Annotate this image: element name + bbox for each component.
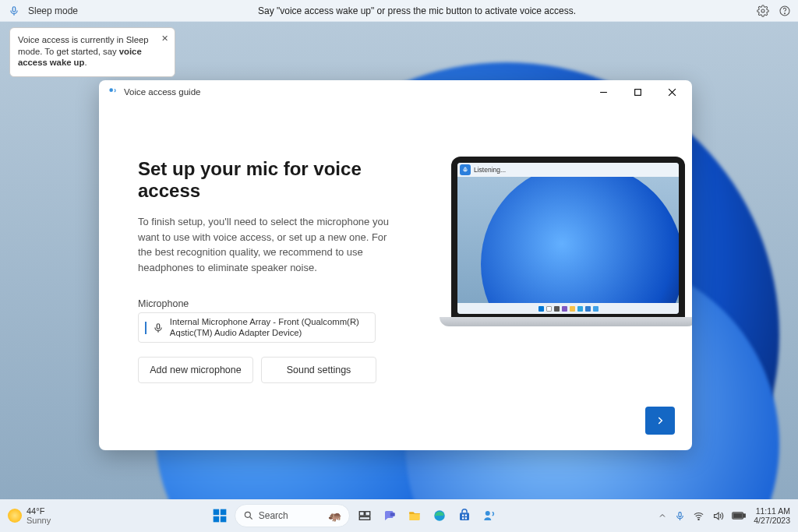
weather-temp: 44°F (26, 506, 51, 516)
svg-point-12 (245, 512, 250, 517)
weather-icon (8, 509, 22, 523)
start-button[interactable] (210, 506, 230, 526)
voice-access-app-icon[interactable] (479, 506, 500, 526)
demo-status-text: Listening... (474, 166, 506, 174)
taskbar: 44°F Sunny Search 🦛 11:11 AM 4/27/2023 (0, 499, 798, 532)
svg-point-1 (761, 9, 764, 12)
svg-rect-16 (390, 513, 394, 516)
svg-point-23 (485, 511, 489, 516)
explorer-icon[interactable] (404, 506, 425, 526)
close-button[interactable] (655, 80, 689, 104)
window-title: Voice access guide (124, 87, 586, 97)
svg-point-3 (785, 12, 786, 13)
maximize-button[interactable] (620, 80, 655, 104)
demo-mic-icon (460, 164, 471, 175)
svg-rect-28 (733, 513, 742, 518)
microphone-label: Microphone (138, 298, 415, 309)
weather-condition: Sunny (26, 516, 51, 525)
description-text: To finish setup, you'll need to select t… (138, 214, 403, 275)
svg-rect-0 (12, 6, 16, 11)
svg-rect-22 (464, 517, 466, 519)
mic-toggle-button[interactable] (6, 3, 22, 19)
minimize-button[interactable] (586, 80, 620, 104)
svg-point-25 (698, 519, 699, 520)
svg-rect-13 (359, 512, 364, 516)
svg-rect-5 (634, 89, 641, 95)
search-box[interactable]: Search 🦛 (235, 504, 350, 527)
svg-rect-9 (221, 509, 227, 516)
svg-rect-8 (213, 509, 219, 516)
mic-level-icon (145, 322, 147, 334)
app-icon (107, 86, 119, 98)
search-icon (243, 510, 254, 521)
sleep-mode-tooltip: Voice access is currently in Sleep mode.… (9, 27, 175, 77)
search-placeholder: Search (259, 510, 288, 521)
tooltip-text: Voice access is currently in Sleep mode.… (18, 35, 149, 67)
svg-rect-27 (744, 514, 746, 517)
svg-rect-19 (462, 515, 464, 516)
mic-icon (153, 322, 164, 333)
svg-rect-14 (365, 512, 369, 516)
page-title: Set up your mic for voice access (138, 158, 415, 202)
voice-hint-text: Say "voice access wake up" or press the … (78, 5, 756, 16)
window-titlebar: Voice access guide (99, 80, 692, 104)
selected-mic-name: Internal Microphone Array - Front (Qualc… (170, 317, 369, 338)
svg-rect-24 (679, 512, 681, 516)
svg-rect-6 (157, 323, 160, 328)
wifi-icon[interactable] (693, 510, 704, 522)
volume-icon[interactable] (712, 510, 724, 522)
tray-expand-icon[interactable] (658, 511, 667, 520)
svg-rect-20 (464, 515, 466, 516)
task-view-icon[interactable] (355, 506, 375, 526)
battery-icon[interactable] (732, 511, 746, 520)
settings-icon[interactable] (756, 4, 770, 18)
edge-icon[interactable] (429, 506, 450, 526)
help-icon[interactable] (778, 4, 792, 18)
sound-settings-button[interactable]: Sound settings (261, 357, 376, 383)
svg-rect-15 (359, 517, 370, 520)
store-icon[interactable] (454, 506, 475, 526)
voice-access-guide-window: Voice access guide Set up your mic for v… (99, 80, 692, 450)
microphone-selector[interactable]: Internal Microphone Array - Front (Qualc… (138, 312, 376, 343)
close-icon[interactable]: ✕ (159, 33, 170, 44)
illustration-laptop: Listening... (440, 157, 692, 359)
chat-icon[interactable] (380, 506, 400, 526)
svg-rect-7 (464, 167, 466, 171)
add-microphone-button[interactable]: Add new microphone (138, 357, 253, 383)
tray-mic-icon[interactable] (675, 511, 685, 521)
voice-state-label: Sleep mode (28, 5, 78, 16)
clock[interactable]: 11:11 AM 4/27/2023 (754, 506, 790, 525)
svg-rect-18 (460, 513, 469, 520)
clock-time: 11:11 AM (754, 506, 790, 516)
weather-widget[interactable]: 44°F Sunny (8, 506, 51, 525)
clock-date: 4/27/2023 (754, 516, 790, 525)
svg-rect-21 (462, 517, 464, 519)
search-highlight-icon: 🦛 (328, 509, 341, 522)
svg-rect-10 (213, 516, 219, 523)
svg-rect-11 (221, 516, 227, 523)
next-button[interactable] (645, 407, 675, 435)
svg-point-4 (109, 88, 113, 92)
voice-access-bar: Sleep mode Say "voice access wake up" or… (0, 0, 798, 22)
